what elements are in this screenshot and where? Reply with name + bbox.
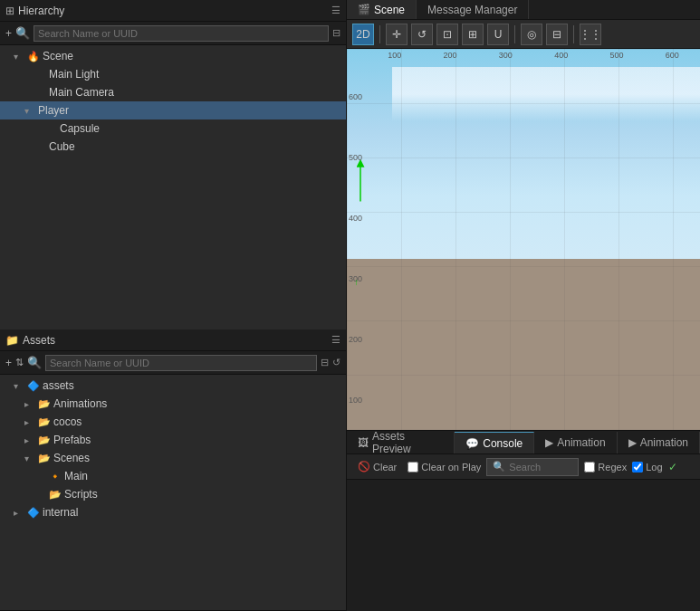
animation2-icon: ▶	[628, 436, 637, 449]
ruler-top: 100 200 300 400 500 600	[367, 51, 700, 60]
log-label: Log	[646, 462, 662, 473]
hierarchy-title: Hierarchy	[18, 5, 328, 17]
ruler-left-600: 600	[349, 92, 362, 101]
toolbar-snap-btn[interactable]: ⊟	[546, 24, 568, 45]
tab-scene[interactable]: 🎬 Scene	[347, 0, 417, 19]
ruler-100: 100	[388, 51, 401, 60]
hierarchy-search-bar: + 🔍 ⊟	[0, 22, 346, 45]
scene-tab-icon: 🎬	[358, 4, 370, 15]
tree-item-player[interactable]: ▾ Player	[0, 101, 346, 119]
tab-animation2[interactable]: ▶ Animation	[618, 432, 700, 453]
main-scene-label: Main	[64, 470, 88, 482]
animations-arrow: ▸	[24, 399, 35, 409]
assets-root-label: assets	[43, 379, 74, 392]
assets-search-icon[interactable]: 🔍	[27, 356, 42, 369]
tree-item-main-camera[interactable]: ▸ Main Camera	[0, 83, 346, 101]
prefabs-arrow: ▸	[24, 435, 35, 445]
main-camera-label: Main Camera	[49, 86, 114, 99]
assets-search-bar: + ⇅ 🔍 ⊟ ↺	[0, 351, 346, 375]
tab-assets-preview[interactable]: 🖼 Assets Preview	[347, 432, 455, 453]
clear-on-play-checkbox[interactable]: Clear on Play	[408, 462, 481, 473]
ruler-left-200: 200	[349, 335, 362, 344]
tree-item-main-scene[interactable]: ▸ 🔸 Main	[0, 467, 346, 485]
scene-toolbar: 2D ✛ ↺ ⊡ ⊞ U ◎ ⊟ ⋮⋮	[347, 20, 700, 49]
ruler-left-400: 400	[349, 214, 362, 223]
internal-label: internal	[43, 506, 78, 519]
right-top-tabs: 🎬 Scene Message Manager	[347, 0, 700, 20]
add-node-icon[interactable]: +	[5, 27, 12, 40]
assets-section: 📁 Assets ☰ + ⇅ 🔍 ⊟ ↺	[0, 329, 346, 611]
main-scene-icon: 🔸	[49, 471, 62, 482]
assets-search-input[interactable]	[45, 355, 317, 371]
tree-item-capsule[interactable]: ▸ Capsule	[0, 119, 346, 138]
cube-label: Cube	[49, 140, 75, 153]
tree-item-animations[interactable]: ▸ 📂 Animations	[0, 395, 346, 413]
assets-list-icon[interactable]: ⊟	[321, 357, 329, 368]
tree-item-scenes[interactable]: ▾ 📂 Scenes	[0, 449, 346, 467]
tree-item-scripts[interactable]: ▸ 📂 Scripts	[0, 485, 346, 503]
tree-item-internal[interactable]: ▸ 🔷 internal	[0, 503, 346, 521]
bottom-tabs: 🖼 Assets Preview 💬 Console ▶ Animation ▶…	[347, 431, 700, 454]
toolbar-rotate-btn[interactable]: ↺	[411, 24, 433, 45]
assets-preview-label: Assets Preview	[372, 430, 443, 455]
assets-title: Assets	[23, 334, 328, 347]
toolbar-move-btn[interactable]: ✛	[386, 24, 408, 45]
log-input[interactable]	[632, 462, 643, 473]
hierarchy-list-icon[interactable]: ⊟	[332, 27, 340, 39]
tree-item-scene[interactable]: ▾ 🔥 Scene	[0, 47, 346, 65]
clear-button[interactable]: 🚫 Clear	[352, 459, 402, 474]
scene-ground	[347, 259, 700, 430]
ruler-400: 400	[554, 51, 568, 60]
scripts-folder-icon: 📂	[49, 489, 62, 501]
assets-menu-icon[interactable]: ☰	[331, 334, 340, 346]
tab-message-manager[interactable]: Message Manager	[417, 0, 529, 19]
hierarchy-menu-icon[interactable]: ☰	[331, 5, 340, 16]
assets-tree: ▾ 🔷 assets ▸ 📂 Animations ▸	[0, 375, 346, 610]
tree-item-assets-root[interactable]: ▾ 🔷 assets	[0, 377, 346, 395]
console-content	[347, 480, 700, 611]
tree-item-cocos[interactable]: ▸ 📂 cocos	[0, 413, 346, 431]
tree-item-cube[interactable]: ▸ Cube	[0, 138, 346, 156]
assets-sort-icon[interactable]: ⇅	[15, 357, 24, 368]
tree-item-prefabs[interactable]: ▸ 📂 Prefabs	[0, 431, 346, 449]
tab-console[interactable]: 💬 Console	[455, 432, 534, 453]
ruler-200: 200	[443, 51, 456, 60]
animations-label: Animations	[53, 397, 107, 410]
hierarchy-search-input[interactable]	[34, 25, 329, 42]
toolbar-divider-1	[379, 25, 380, 43]
scenes-folder-icon: 📂	[38, 453, 51, 464]
tab-animation[interactable]: ▶ Animation	[534, 432, 617, 453]
regex-input[interactable]	[584, 462, 595, 473]
cocos-label: cocos	[53, 415, 82, 428]
animations-folder-icon: 📂	[38, 398, 51, 410]
console-search-input[interactable]	[509, 462, 572, 473]
toolbar-rect-btn[interactable]: ⊞	[462, 24, 484, 45]
hierarchy-tree: ▾ 🔥 Scene ▸ Main Light ▸ Main Camera	[0, 45, 346, 329]
hierarchy-icon: ⊞	[5, 5, 14, 17]
tree-item-main-light[interactable]: ▸ Main Light	[0, 65, 346, 83]
toolbar-chart-btn[interactable]: ⋮⋮	[580, 24, 601, 45]
assets-root-arrow: ▾	[14, 381, 24, 391]
scene-view: ↑ 100 200 300 400 500 600 600 500 400 30…	[347, 49, 700, 430]
animation-icon: ▶	[545, 436, 553, 449]
bottom-panel: 🖼 Assets Preview 💬 Console ▶ Animation ▶…	[347, 430, 700, 611]
hierarchy-search-icon[interactable]: 🔍	[15, 26, 30, 40]
toolbar-2d-btn[interactable]: 2D	[352, 24, 374, 45]
console-toolbar: 🚫 Clear Clear on Play 🔍 Regex	[347, 454, 700, 480]
clear-icon: 🚫	[358, 461, 370, 473]
toolbar-pivot-btn[interactable]: ◎	[521, 24, 542, 45]
capsule-label: Capsule	[60, 122, 100, 135]
ruler-500: 500	[609, 51, 623, 60]
assets-add-icon[interactable]: +	[5, 357, 12, 369]
player-label: Player	[38, 104, 69, 117]
ruler-left-300: 300	[349, 274, 362, 283]
console-label: Console	[483, 437, 523, 450]
assets-refresh-icon[interactable]: ↺	[332, 357, 340, 368]
log-checkbox[interactable]: Log	[632, 462, 662, 473]
regex-label: Regex	[598, 462, 627, 473]
regex-checkbox[interactable]: Regex	[584, 462, 627, 473]
clear-on-play-input[interactable]	[408, 462, 418, 473]
toolbar-scale-btn[interactable]: ⊡	[436, 24, 458, 45]
assets-header: 📁 Assets ☰	[0, 329, 346, 351]
toolbar-transform-btn[interactable]: U	[487, 24, 509, 45]
